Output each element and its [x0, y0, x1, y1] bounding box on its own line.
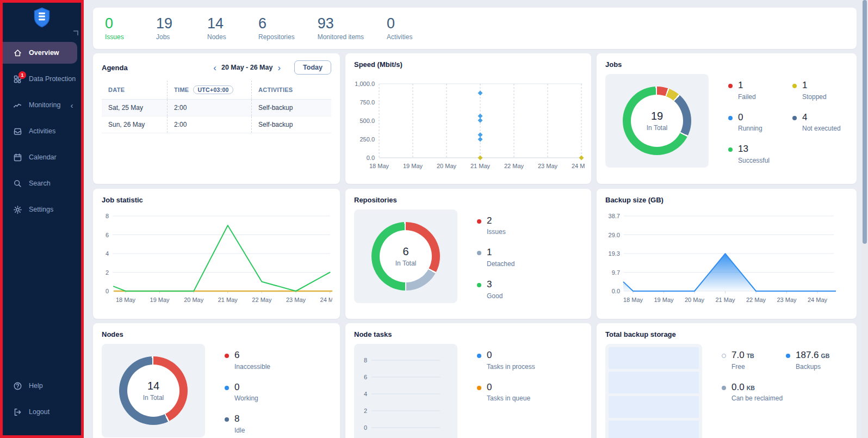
storage-segment [609, 396, 699, 418]
sidebar-item-label: Settings [29, 206, 53, 213]
job-statistic-card: Job statistic 8642018 May19 May20 May21 … [93, 189, 340, 319]
stat-value: 0 [105, 16, 133, 31]
agenda-time: 2:00 [168, 100, 252, 116]
sidebar-item-overview[interactable]: Overview [0, 42, 77, 64]
logout-icon [13, 408, 22, 417]
sidebar-item-calendar[interactable]: Calendar [0, 146, 84, 168]
nodes-card: Nodes 14 In Total 6Inaccessible0Working8… [93, 323, 340, 438]
chevron-collapse-icon[interactable]: ‹ [70, 101, 73, 110]
legend-dot-icon [225, 354, 229, 358]
sidebar-item-help[interactable]: Help [0, 375, 84, 397]
legend-dot-icon [792, 84, 797, 88]
job-statistic-title: Job statistic [102, 196, 331, 204]
legend-label: Can be reclaimed [731, 394, 783, 402]
legend-dot-icon [225, 417, 229, 422]
legend-dot-icon [722, 354, 726, 358]
timezone-badge: UTC+03:00 [193, 85, 233, 94]
legend-dot-icon [786, 354, 790, 358]
legend-unit: KB [747, 385, 755, 391]
vertical-scrollbar-thumb[interactable] [863, 0, 867, 244]
jobs-donut-chart: 19 In Total [623, 87, 691, 155]
sidebar-nav: Overview1Data ProtectionMonitoring‹Activ… [0, 42, 84, 220]
sidebar-item-label: Activities [29, 127, 55, 135]
job-statistic-chart: 8642018 May19 May20 May21 May22 May23 Ma… [102, 207, 331, 314]
svg-text:19 May: 19 May [150, 297, 170, 303]
help-icon [13, 381, 22, 391]
stat-label: Nodes [207, 33, 235, 41]
stat-nodes[interactable]: 14Nodes [207, 16, 235, 41]
legend-entry-idle: 8Idle [225, 414, 270, 434]
stat-issues[interactable]: 0Issues [105, 16, 133, 41]
svg-text:22 May: 22 May [252, 297, 272, 303]
shield-logo-icon [33, 7, 51, 35]
search-icon [13, 179, 22, 188]
svg-text:22 May: 22 May [746, 297, 766, 303]
legend-value: 0 [487, 383, 530, 393]
svg-text:1,000.0: 1,000.0 [355, 81, 375, 87]
sidebar-item-label: Calendar [29, 153, 57, 161]
svg-text:2: 2 [106, 269, 109, 275]
vertical-scrollbar-track[interactable] [861, 0, 868, 438]
inbox-icon [13, 127, 22, 136]
legend-dot-icon [477, 386, 481, 390]
svg-text:8: 8 [364, 357, 367, 363]
sidebar-item-data-protection[interactable]: 1Data Protection [0, 68, 84, 90]
legend-dot-icon [225, 386, 229, 390]
stat-value: 6 [258, 16, 295, 31]
col-time: TIMEUTC+03:00 [168, 81, 252, 100]
sidebar-item-activities[interactable]: Activities [0, 120, 84, 142]
jobs-card: Jobs 19 In Total 1Failed1Stopped0Running… [597, 53, 857, 184]
repositories-total: 6 [402, 245, 408, 258]
svg-text:0: 0 [364, 424, 367, 431]
svg-text:23 May: 23 May [777, 297, 797, 303]
total-backup-storage-title: Total backup storage [605, 330, 848, 338]
legend-dot-icon [477, 251, 481, 255]
legend-label: Not executed [802, 125, 841, 132]
stat-repositories[interactable]: 6Repositories [258, 16, 295, 41]
chevron-right-icon[interactable]: › [272, 63, 286, 72]
jobs-legend: 1Failed1Stopped0Running4Not executed13Su… [728, 81, 841, 168]
svg-text:22 May: 22 May [504, 163, 524, 169]
stat-jobs[interactable]: 19Jobs [156, 16, 184, 41]
svg-text:8: 8 [106, 213, 109, 219]
today-button[interactable]: Today [294, 60, 331, 75]
legend-entry-tasks-in-process: 0Tasks in process [477, 350, 535, 371]
stat-monitored-items[interactable]: 93Monitored items [318, 16, 364, 41]
jobs-total: 19 [651, 110, 663, 122]
sidebar-item-label: Data Protection [29, 75, 76, 83]
legend-entry-tasks-in-queue: 0Tasks in queue [477, 383, 535, 403]
jobs-title: Jobs [605, 60, 848, 69]
sidebar-item-settings[interactable]: Settings [0, 199, 84, 220]
collapse-sidebar-icon[interactable] [73, 30, 78, 35]
legend-label: Failed [738, 93, 756, 101]
agenda-table: DATE TIMEUTC+03:00 ACTIVITIES Sat, 25 Ma… [102, 81, 331, 133]
legend-value: 0 [738, 113, 762, 123]
agenda-card: Agenda ‹ 20 May - 26 May › Today DATE TI… [93, 53, 340, 184]
stat-label: Activities [387, 33, 415, 41]
legend-value: 8 [234, 414, 245, 424]
legend-dot-icon [477, 354, 481, 358]
sidebar-item-search[interactable]: Search [0, 172, 84, 194]
agenda-row: Sat, 25 May2:00Self-backup [102, 100, 331, 116]
sidebar: Overview1Data ProtectionMonitoring‹Activ… [0, 0, 84, 438]
sidebar-item-logout[interactable]: Logout [0, 401, 84, 423]
svg-text:18 May: 18 May [623, 297, 643, 303]
sidebar-item-monitoring[interactable]: Monitoring‹ [0, 94, 84, 116]
legend-entry-stopped: 1Stopped [792, 81, 841, 101]
agenda-activity: Self-backup [252, 100, 332, 116]
total-backup-storage-card: Total backup storage 7.0TBFree187.6GBBac… [597, 323, 857, 438]
speed-title: Speed (Mbit/s) [354, 60, 582, 69]
nodes-title: Nodes [102, 330, 331, 338]
stat-activities[interactable]: 0Activities [387, 16, 415, 41]
summary-stats-bar: 0Issues19Jobs14Nodes6Repositories93Monit… [93, 8, 857, 49]
calendar-icon [13, 153, 22, 162]
chevron-left-icon[interactable]: ‹ [208, 63, 221, 72]
stat-value: 14 [207, 16, 235, 31]
speed-chart: 18 May19 May20 May21 May22 May23 May24 M… [354, 72, 582, 178]
legend-entry-backups: 187.6GBBackups [786, 350, 829, 371]
legend-entry-successful: 13Successful [728, 144, 792, 164]
nodes-donut-panel: 14 In Total [102, 344, 205, 437]
svg-text:38.7: 38.7 [609, 213, 620, 219]
legend-label: Successful [738, 157, 770, 164]
agenda-time: 2:00 [168, 116, 252, 133]
